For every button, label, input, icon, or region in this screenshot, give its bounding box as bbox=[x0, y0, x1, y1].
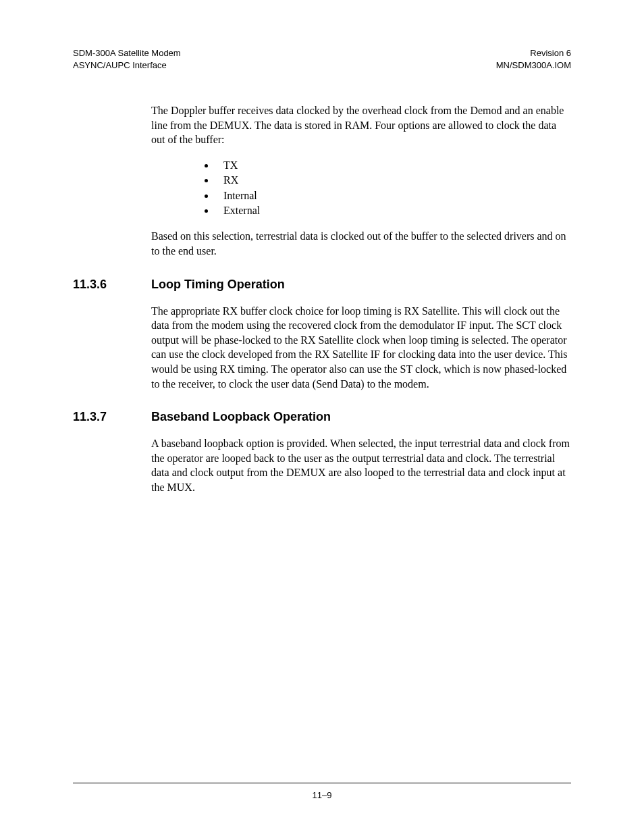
section-heading-1137: 11.3.7 Baseband Loopback Operation bbox=[73, 410, 571, 424]
section-title: Loop Timing Operation bbox=[151, 278, 285, 292]
list-item: RX bbox=[215, 173, 571, 188]
bullet-list-container: TX RX Internal External bbox=[151, 158, 571, 219]
section-title: Baseband Loopback Operation bbox=[151, 410, 331, 424]
section-number: 11.3.7 bbox=[73, 410, 151, 424]
list-item: Internal bbox=[215, 188, 571, 203]
section-heading-1136: 11.3.6 Loop Timing Operation bbox=[73, 278, 571, 292]
section-number: 11.3.6 bbox=[73, 278, 151, 292]
clock-options-list: TX RX Internal External bbox=[215, 158, 571, 219]
header-right: Revision 6 MN/SDM300A.IOM bbox=[496, 47, 571, 71]
section-1137-paragraph: A baseband loopback option is provided. … bbox=[151, 436, 571, 494]
header-left-line1: SDM-300A Satellite Modem bbox=[73, 48, 181, 58]
intro-paragraph: The Doppler buffer receives data clocked… bbox=[151, 103, 571, 147]
page-footer: 11–9 bbox=[73, 783, 571, 800]
document-page: SDM-300A Satellite Modem ASYNC/AUPC Inte… bbox=[0, 0, 644, 834]
after-bullets-paragraph: Based on this selection, terrestrial dat… bbox=[151, 229, 571, 258]
header-left: SDM-300A Satellite Modem ASYNC/AUPC Inte… bbox=[73, 47, 181, 71]
header-left-line2: ASYNC/AUPC Interface bbox=[73, 60, 167, 70]
footer-divider bbox=[73, 783, 571, 783]
list-item: TX bbox=[215, 158, 571, 173]
header-right-line1: Revision 6 bbox=[530, 48, 571, 58]
page-header: SDM-300A Satellite Modem ASYNC/AUPC Inte… bbox=[73, 47, 571, 71]
list-item: External bbox=[215, 203, 571, 218]
page-number: 11–9 bbox=[73, 790, 571, 800]
section-1136-paragraph: The appropriate RX buffer clock choice f… bbox=[151, 304, 571, 392]
header-right-line2: MN/SDM300A.IOM bbox=[496, 60, 571, 70]
